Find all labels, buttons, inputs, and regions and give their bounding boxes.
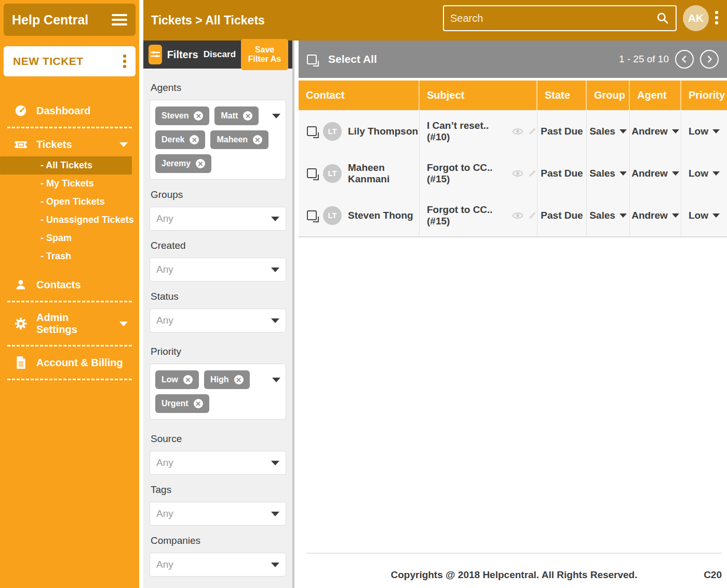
agent-chip[interactable]: Derek✕ xyxy=(155,130,205,149)
sidebar-item-spam[interactable]: - Spam xyxy=(0,229,139,247)
sidebar-item-contacts[interactable]: Contacts xyxy=(0,273,139,297)
groups-select[interactable]: Any xyxy=(150,207,286,231)
agent-dropdown[interactable]: Andrew xyxy=(630,152,681,194)
chevron-down-icon[interactable] xyxy=(119,142,128,147)
column-header-group[interactable]: Group xyxy=(587,81,630,110)
remove-chip-icon[interactable]: ✕ xyxy=(194,399,203,408)
agent-value: Andrew xyxy=(631,168,668,179)
contact-name[interactable]: Maheen Kanmani xyxy=(348,162,419,185)
chip-label: Low xyxy=(161,375,178,384)
remove-chip-icon[interactable]: ✕ xyxy=(183,375,193,384)
table-row[interactable]: LT Maheen Kanmani Forgot to CC..(#15) Pa… xyxy=(299,152,727,194)
column-header-priority[interactable]: Priority xyxy=(681,81,727,110)
priority-chip[interactable]: Urgent✕ xyxy=(155,394,209,413)
pagination-count: 1 - 25 of 10 xyxy=(619,54,669,65)
filter-sliders-icon[interactable] xyxy=(149,45,162,64)
ticket-subject[interactable]: Forgot to CC..(#15) xyxy=(427,162,508,185)
chevron-down-icon[interactable] xyxy=(272,114,280,118)
previous-page-button[interactable] xyxy=(675,50,694,69)
row-checkbox[interactable] xyxy=(307,126,317,136)
sidebar-item-open-tickets[interactable]: - Open Tickets xyxy=(0,193,139,211)
search-box[interactable] xyxy=(443,5,677,31)
select-all-checkbox[interactable] xyxy=(307,55,317,64)
group-dropdown[interactable]: Sales xyxy=(587,152,630,194)
ticket-subject[interactable]: I Can’t reset..(#10) xyxy=(427,120,508,143)
column-header-agent[interactable]: Agent xyxy=(630,81,681,110)
avatar: LT xyxy=(323,206,342,225)
row-checkbox[interactable] xyxy=(307,210,317,220)
remove-chip-icon[interactable]: ✕ xyxy=(234,375,244,384)
hamburger-menu-icon[interactable] xyxy=(112,14,127,25)
chevron-down-icon[interactable] xyxy=(119,322,128,326)
priority-dropdown[interactable]: Low xyxy=(681,194,727,236)
new-ticket-button[interactable]: NEW TICKET xyxy=(4,46,136,76)
sidebar-item-my-tickets[interactable]: - My Tickets xyxy=(0,175,139,193)
contact-name[interactable]: Steven Thong xyxy=(348,210,413,221)
discard-button[interactable]: Discard xyxy=(204,49,236,60)
agent-dropdown[interactable]: Andrew xyxy=(630,110,681,152)
sidebar-item-label: Dashboard xyxy=(36,105,90,117)
status-select[interactable]: Any xyxy=(150,309,286,332)
column-header-state[interactable]: State xyxy=(537,81,587,110)
remove-chip-icon[interactable]: ✕ xyxy=(196,159,205,168)
priority-dropdown[interactable]: Low xyxy=(681,110,727,152)
agent-chip[interactable]: Steven✕ xyxy=(155,106,209,125)
sidebar-nav: Dashboard Tickets - All Tickets - My Tic… xyxy=(0,99,139,384)
sidebar-item-tickets[interactable]: Tickets xyxy=(0,132,139,156)
companies-select[interactable]: Any xyxy=(150,553,286,577)
avatar[interactable]: AK xyxy=(683,5,709,31)
view-icon[interactable] xyxy=(512,127,523,136)
remove-chip-icon[interactable]: ✕ xyxy=(243,111,252,121)
column-header-contact[interactable]: Contact xyxy=(299,81,420,110)
row-checkbox[interactable] xyxy=(307,168,317,178)
group-dropdown[interactable]: Sales xyxy=(587,110,630,152)
chevron-down-icon[interactable] xyxy=(272,378,280,382)
new-ticket-kebab-icon[interactable] xyxy=(123,55,126,68)
search-icon[interactable] xyxy=(656,11,669,25)
table-row[interactable]: LT Steven Thong Forgot to CC..(#15) Past… xyxy=(299,194,727,236)
agent-chip[interactable]: Maheen✕ xyxy=(210,130,268,149)
group-dropdown[interactable]: Sales xyxy=(587,194,630,236)
tags-select[interactable]: Any xyxy=(150,502,286,526)
ticket-subject[interactable]: Forgot to CC..(#15) xyxy=(427,204,508,227)
next-page-button[interactable] xyxy=(700,50,719,69)
created-select[interactable]: Any xyxy=(150,258,286,282)
column-header-subject[interactable]: Subject xyxy=(420,81,537,110)
priority-chip[interactable]: Low✕ xyxy=(155,370,199,389)
priority-chip[interactable]: High✕ xyxy=(204,370,250,389)
agent-chip[interactable]: Matt✕ xyxy=(214,106,259,125)
remove-chip-icon[interactable]: ✕ xyxy=(194,111,203,121)
agent-chip[interactable]: Jeremy✕ xyxy=(155,154,211,173)
select-value: Any xyxy=(156,457,173,469)
agent-dropdown[interactable]: Andrew xyxy=(630,194,681,236)
edit-icon[interactable] xyxy=(528,127,537,136)
chevron-down-icon xyxy=(712,213,720,218)
select-all-label: Select All xyxy=(328,53,377,65)
sidebar-item-account-billing[interactable]: Account & Billing xyxy=(0,351,139,375)
footer: Copyrights @ 2018 Helpcentral. All Right… xyxy=(306,553,722,581)
search-input[interactable] xyxy=(450,12,656,24)
sidebar-item-all-tickets[interactable]: - All Tickets xyxy=(0,156,132,175)
save-filter-as-button[interactable]: Save Filter As xyxy=(241,39,288,70)
topbar-kebab-icon[interactable] xyxy=(715,11,718,24)
remove-chip-icon[interactable]: ✕ xyxy=(253,135,262,144)
remove-chip-icon[interactable]: ✕ xyxy=(190,135,199,144)
edit-icon[interactable] xyxy=(528,169,537,178)
sidebar-item-dashboard[interactable]: Dashboard xyxy=(0,99,139,123)
topbar: Tickets > All Tickets AK xyxy=(143,0,727,41)
source-select[interactable]: Any xyxy=(150,451,286,475)
table-row[interactable]: LT Lily Thompson I Can’t reset..(#10) Pa… xyxy=(299,110,727,152)
sidebar-item-label: Tickets xyxy=(36,139,72,151)
group-value: Sales xyxy=(589,168,615,179)
sidebar-item-trash[interactable]: - Trash xyxy=(0,247,139,265)
sidebar-item-unassigned-tickets[interactable]: - Unassigned Tickets xyxy=(0,211,139,229)
chevron-down-icon xyxy=(271,217,279,221)
priority-multiselect[interactable]: Low✕ High✕ Urgent✕ xyxy=(150,364,286,420)
contact-name[interactable]: Lily Thompson xyxy=(348,126,418,137)
edit-icon[interactable] xyxy=(528,211,537,220)
view-icon[interactable] xyxy=(512,211,523,220)
agents-multiselect[interactable]: Steven✕ Matt✕ Derek✕ Maheen✕ Jeremy✕ xyxy=(150,100,286,180)
sidebar-item-admin-settings[interactable]: Admin Settings xyxy=(0,306,139,341)
priority-dropdown[interactable]: Low xyxy=(681,152,727,194)
view-icon[interactable] xyxy=(512,169,523,178)
